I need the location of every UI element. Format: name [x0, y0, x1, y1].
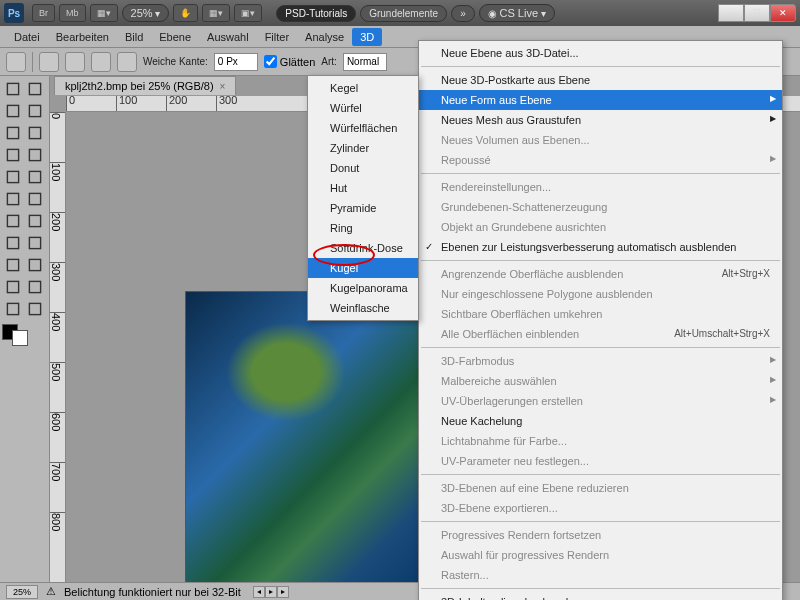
- workspace-more[interactable]: »: [451, 5, 475, 22]
- shape-wrfel[interactable]: Würfel: [308, 98, 418, 118]
- svg-rect-18: [7, 281, 18, 292]
- status-scroll-controls: ◂ ▸ ▸: [253, 586, 289, 598]
- svg-rect-6: [7, 149, 18, 160]
- close-button[interactable]: ✕: [770, 4, 796, 22]
- shape-zylinder[interactable]: Zylinder: [308, 138, 418, 158]
- menu-bild[interactable]: Bild: [117, 28, 151, 46]
- history-tool[interactable]: [24, 166, 46, 188]
- path-tool[interactable]: [2, 254, 24, 276]
- pen-tool[interactable]: [2, 232, 24, 254]
- style-select[interactable]: [343, 53, 387, 71]
- tool-preset-icon[interactable]: [6, 52, 26, 72]
- type-tool[interactable]: [24, 232, 46, 254]
- arrange-documents-icon[interactable]: ▦▾: [202, 4, 230, 22]
- status-zoom[interactable]: 25%: [6, 585, 38, 599]
- view-extras-button[interactable]: ▦▾: [90, 4, 118, 22]
- menu-auswahl[interactable]: Auswahl: [199, 28, 257, 46]
- hand-tool-icon[interactable]: ✋: [173, 4, 198, 22]
- selection-subtract-icon[interactable]: [91, 52, 111, 72]
- tools-panel: [0, 76, 50, 582]
- brush-tool[interactable]: [24, 144, 46, 166]
- 3d-menu-item[interactable]: Neue Ebene aus 3D-Datei...: [419, 43, 782, 63]
- 3d-rotate-tool[interactable]: [2, 276, 24, 298]
- style-label: Art:: [321, 56, 337, 67]
- 3d-menu-item[interactable]: Neues Mesh aus Graustufen▶: [419, 110, 782, 130]
- exposure-warning-icon: ⚠: [46, 585, 56, 598]
- workspace-grundelemente[interactable]: Grundelemente: [360, 5, 447, 22]
- scroll-right-icon[interactable]: ▸: [277, 586, 289, 598]
- scroll-play-icon[interactable]: ▸: [265, 586, 277, 598]
- feather-input[interactable]: [214, 53, 258, 71]
- 3d-menu-item: 3D-Ebenen auf eine Ebene reduzieren: [419, 478, 782, 498]
- zoom-tool[interactable]: [24, 298, 46, 320]
- svg-rect-5: [29, 127, 40, 138]
- close-tab-icon[interactable]: ×: [220, 81, 226, 92]
- shape-kegel[interactable]: Kegel: [308, 78, 418, 98]
- 3d-menu-item[interactable]: 3D-Inhalt online durchsuchen...: [419, 592, 782, 600]
- 3d-menu-item: Rendereinstellungen...: [419, 177, 782, 197]
- wand-tool[interactable]: [24, 100, 46, 122]
- 3d-menu-item: Auswahl für progressives Rendern: [419, 545, 782, 565]
- eraser-tool[interactable]: [2, 188, 24, 210]
- shape-kugelpanorama[interactable]: Kugelpanorama: [308, 278, 418, 298]
- shape-ring[interactable]: Ring: [308, 218, 418, 238]
- shape-pyramide[interactable]: Pyramide: [308, 198, 418, 218]
- menu-analyse[interactable]: Analyse: [297, 28, 352, 46]
- feather-label: Weiche Kante:: [143, 56, 208, 67]
- minimize-button[interactable]: —: [718, 4, 744, 22]
- menu-bearbeiten[interactable]: Bearbeiten: [48, 28, 117, 46]
- 3d-menu-item[interactable]: ✓Ebenen zur Leistungsverbesserung automa…: [419, 237, 782, 257]
- selection-new-icon[interactable]: [39, 52, 59, 72]
- heal-tool[interactable]: [2, 144, 24, 166]
- menu-filter[interactable]: Filter: [257, 28, 297, 46]
- screen-mode-icon[interactable]: ▣▾: [234, 4, 262, 22]
- move-tool[interactable]: [2, 78, 24, 100]
- svg-rect-20: [7, 303, 18, 314]
- crop-tool[interactable]: [2, 122, 24, 144]
- document-image[interactable]: [186, 292, 426, 582]
- svg-rect-4: [7, 127, 18, 138]
- shape-softdrinkdose[interactable]: Softdrink-Dose: [308, 238, 418, 258]
- shape-weinflasche[interactable]: Weinflasche: [308, 298, 418, 318]
- 3d-menu-item[interactable]: Neue Form aus Ebene▶: [419, 90, 782, 110]
- bridge-button[interactable]: Br: [32, 4, 55, 22]
- minibridge-button[interactable]: Mb: [59, 4, 86, 22]
- svg-rect-21: [29, 303, 40, 314]
- shape-hut[interactable]: Hut: [308, 178, 418, 198]
- svg-rect-17: [29, 259, 40, 270]
- maximize-button[interactable]: ☐: [744, 4, 770, 22]
- 3d-menu-item: Lichtabnahme für Farbe...: [419, 431, 782, 451]
- shape-donut[interactable]: Donut: [308, 158, 418, 178]
- cs-live-button[interactable]: ◉ CS Live ▾: [479, 4, 555, 22]
- shape-kugel[interactable]: Kugel: [308, 258, 418, 278]
- marquee-tool[interactable]: [24, 78, 46, 100]
- shape-tool[interactable]: [24, 254, 46, 276]
- psd-tutorials-link[interactable]: PSD-Tutorials: [276, 5, 356, 22]
- svg-rect-12: [7, 215, 18, 226]
- 3d-menu-item[interactable]: Neue 3D-Postkarte aus Ebene: [419, 70, 782, 90]
- selection-intersect-icon[interactable]: [117, 52, 137, 72]
- menu-3d[interactable]: 3D: [352, 28, 382, 46]
- 3d-orbit-tool[interactable]: [24, 276, 46, 298]
- color-swatches[interactable]: [2, 324, 47, 346]
- zoom-level[interactable]: 25% ▾: [122, 4, 170, 22]
- 3d-menu-item: Nur eingeschlossene Polygone ausblenden: [419, 284, 782, 304]
- 3d-menu-item: Alle Oberflächen einblendenAlt+Umschalt+…: [419, 324, 782, 344]
- hand-tool[interactable]: [2, 298, 24, 320]
- scroll-left-icon[interactable]: ◂: [253, 586, 265, 598]
- status-message: Belichtung funktioniert nur bei 32-Bit: [64, 586, 241, 598]
- svg-rect-0: [7, 83, 18, 94]
- document-tab[interactable]: kplj2th2.bmp bei 25% (RGB/8)×: [54, 76, 236, 95]
- antialias-checkbox[interactable]: Glätten: [264, 55, 315, 68]
- menu-datei[interactable]: Datei: [6, 28, 48, 46]
- gradient-tool[interactable]: [24, 188, 46, 210]
- menu-ebene[interactable]: Ebene: [151, 28, 199, 46]
- shape-wrfelflchen[interactable]: Würfelflächen: [308, 118, 418, 138]
- lasso-tool[interactable]: [2, 100, 24, 122]
- 3d-menu-item[interactable]: Neue Kachelung: [419, 411, 782, 431]
- eyedropper-tool[interactable]: [24, 122, 46, 144]
- blur-tool[interactable]: [2, 210, 24, 232]
- selection-add-icon[interactable]: [65, 52, 85, 72]
- stamp-tool[interactable]: [2, 166, 24, 188]
- dodge-tool[interactable]: [24, 210, 46, 232]
